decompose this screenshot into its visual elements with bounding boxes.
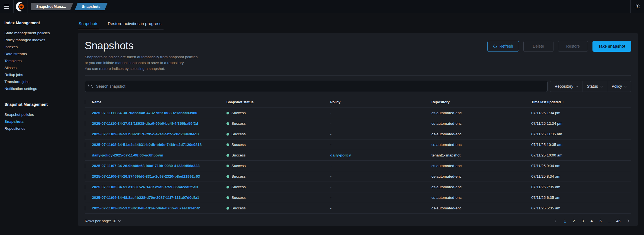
policy-cell[interactable]: -: [330, 164, 431, 168]
page-number-button[interactable]: ...: [606, 217, 613, 224]
row-checkbox[interactable]: [85, 185, 85, 189]
sidebar-section-title: Snapshot Management: [4, 102, 69, 107]
panel-header: Snapshots Snapshots of indices are taken…: [85, 40, 631, 76]
sidebar-item[interactable]: Aliases: [4, 64, 69, 71]
policy-cell[interactable]: -: [330, 132, 431, 136]
policy-cell[interactable]: daily-policy: [330, 153, 431, 157]
menu-button[interactable]: [0, 0, 13, 13]
status-label: Success: [231, 174, 246, 178]
time-cell: 07/11/25 10:35 am: [531, 143, 631, 147]
sidebar-item[interactable]: Snapshot policies: [4, 111, 69, 118]
sidebar-item[interactable]: Templates: [4, 57, 69, 64]
column-header-time[interactable]: Time last updated↓: [531, 100, 631, 104]
sidebar-item[interactable]: Data streams: [4, 50, 69, 57]
sidebar-section-snapshot-management: Snapshot Management Snapshot policies Sn…: [4, 102, 69, 132]
status-cell: Success: [226, 121, 330, 126]
row-checkbox[interactable]: [85, 121, 85, 126]
policy-cell[interactable]: -: [330, 195, 431, 200]
app-logo[interactable]: [14, 0, 28, 13]
page-number-button[interactable]: 2: [570, 217, 577, 224]
row-checkbox[interactable]: [85, 174, 85, 179]
page-number-button[interactable]: 1: [562, 217, 568, 224]
sidebar-item[interactable]: Notification settings: [4, 85, 69, 92]
page-number-button[interactable]: 4: [588, 217, 595, 224]
row-checkbox[interactable]: [85, 132, 85, 136]
status-cell: Success: [226, 206, 330, 210]
policy-cell[interactable]: -: [330, 174, 431, 178]
breadcrumb-snapshot-management[interactable]: Snapshot Mana...: [31, 3, 73, 10]
filter-label: Repository: [555, 84, 573, 89]
page-number-button[interactable]: 46: [615, 217, 622, 224]
pagination-bar: Rows per page: 10 1 2 3 4 5: [85, 214, 631, 228]
success-dot-icon: [226, 112, 229, 114]
tab-snapshots[interactable]: Snapshots: [78, 20, 99, 29]
repository-cell: tenant1-snapshot: [431, 153, 531, 157]
snapshot-name-link[interactable]: 2025-07-11t11-34-30.70ebac4b-4732-9f5f-0…: [92, 111, 226, 115]
chevron-down-icon: [118, 219, 121, 222]
sidebar-item[interactable]: State management policies: [4, 30, 69, 36]
sidebar-item[interactable]: Snapshots: [4, 118, 69, 125]
filter-label: Policy: [612, 84, 622, 89]
repository-cell: cs-automated-enc: [431, 111, 531, 115]
time-cell: 07/11/25 9:34 am: [531, 164, 631, 168]
success-dot-icon: [226, 154, 229, 157]
snapshot-name-link[interactable]: 2025-07-11t07-34-26.9bb0fc68-90af-719b-9…: [92, 164, 226, 168]
refresh-button[interactable]: Refresh: [487, 41, 519, 52]
status-label: Success: [231, 111, 246, 115]
sidebar-item[interactable]: Transform jobs: [4, 78, 69, 85]
next-page-button[interactable]: [624, 217, 631, 224]
policy-cell[interactable]: -: [330, 143, 431, 147]
delete-button[interactable]: Delete: [523, 41, 553, 52]
sidebar-item[interactable]: Indexes: [4, 43, 69, 50]
previous-page-button[interactable]: [552, 217, 559, 224]
status-cell: Success: [226, 195, 330, 200]
column-header-status: Snapshot status: [226, 100, 330, 104]
snapshot-name-link[interactable]: 2025-07-11t05-34-51.a1601526-145f-e9a5-f…: [92, 185, 226, 189]
search-input[interactable]: [85, 81, 548, 92]
snapshot-name-link[interactable]: 2025-07-11t09-34-53.b0929176-fd5c-42ec-5…: [92, 132, 226, 136]
refresh-icon: [492, 44, 497, 49]
status-label: Success: [231, 153, 246, 157]
page-number-button[interactable]: 3: [579, 217, 586, 224]
repository-cell: cs-automated-enc: [431, 185, 531, 189]
success-dot-icon: [226, 133, 229, 136]
policy-cell[interactable]: -: [330, 111, 431, 115]
policy-cell[interactable]: -: [330, 185, 431, 189]
snapshot-name-link[interactable]: 2025-07-11t06-34-26.87469bf6-831a-1c98-2…: [92, 174, 226, 178]
status-cell: Success: [226, 174, 330, 178]
filter-repository[interactable]: Repository: [550, 81, 582, 92]
take-snapshot-button[interactable]: Take snapshot: [592, 41, 631, 52]
page-description: Snapshots of indices are taken automatic…: [85, 54, 199, 72]
filter-policy[interactable]: Policy: [607, 81, 631, 92]
policy-cell[interactable]: -: [330, 121, 431, 126]
restore-button[interactable]: Restore: [558, 41, 588, 52]
page-number-button[interactable]: 5: [597, 217, 604, 224]
snapshot-name-link[interactable]: daily-policy-2025-07-11-08:00-sc6h55vm: [92, 153, 226, 157]
row-checkbox[interactable]: [85, 111, 85, 115]
help-button[interactable]: ?: [631, 0, 644, 13]
row-checkbox[interactable]: [85, 153, 85, 158]
sidebar-item[interactable]: Policy managed indexes: [4, 36, 69, 43]
select-all-checkbox[interactable]: [85, 100, 85, 104]
policy-cell[interactable]: -: [330, 206, 431, 210]
sidebar-item[interactable]: Repositories: [4, 125, 69, 132]
rows-per-page-button[interactable]: Rows per page: 10: [85, 219, 121, 223]
divider: [28, 0, 28, 13]
breadcrumb: Snapshot Mana... Snapshots: [31, 3, 108, 10]
row-checkbox[interactable]: [85, 206, 85, 210]
snapshot-name-link[interactable]: 2025-07-11t04-34-48.8ae4b228-d70e-2087-1…: [92, 195, 226, 200]
filter-status[interactable]: Status: [582, 81, 607, 92]
row-checkbox[interactable]: [85, 195, 85, 200]
snapshot-name-link[interactable]: 2025-07-11t10-34-27.91f18638-dba9-99b0-b…: [92, 121, 226, 126]
snapshot-name-link[interactable]: 2025-07-11t03-34-53.f68b10e8-cd1a-b0a6-0…: [92, 206, 226, 210]
status-label: Success: [231, 164, 246, 168]
breadcrumb-snapshots[interactable]: Snapshots: [75, 3, 108, 10]
snapshot-name-link[interactable]: 2025-07-11t08-34-51.e4c44631-b0db-bb9e-7…: [92, 143, 226, 147]
row-checkbox[interactable]: [85, 163, 85, 168]
sidebar-item[interactable]: Rollup jobs: [4, 71, 69, 78]
tab-restore-activities[interactable]: Restore activities in progress: [107, 20, 162, 29]
row-checkbox[interactable]: [85, 142, 85, 147]
chevron-down-icon: [600, 85, 603, 87]
table-row: 2025-07-11t03-34-53.f68b10e8-cd1a-b0a6-0…: [85, 203, 631, 213]
table-row: 2025-07-11t05-34-51.a1601526-145f-e9a5-f…: [85, 182, 631, 192]
